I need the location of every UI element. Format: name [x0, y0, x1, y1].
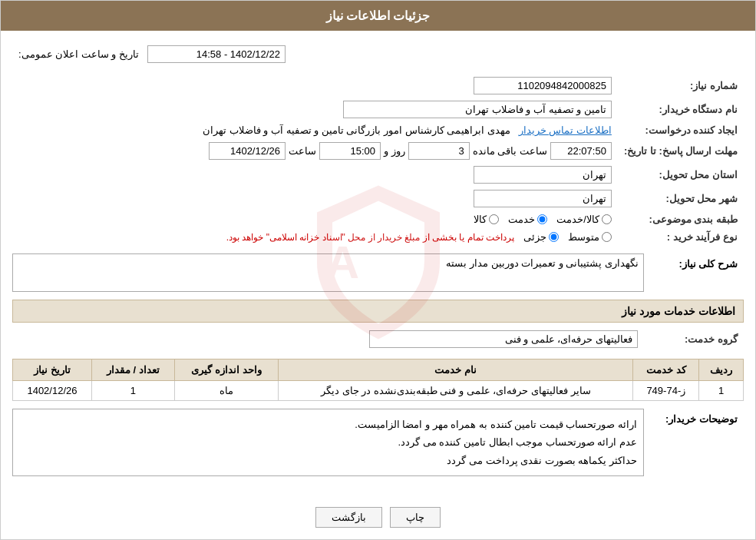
announcement-row: 1402/12/22 - 14:58 تاریخ و ساعت اعلان عم… — [12, 42, 744, 66]
reply-day-value: 3 — [408, 142, 470, 160]
print-button[interactable]: چاپ — [390, 507, 441, 528]
purchase-type-label: نوع فرآیند خرید : — [618, 228, 744, 246]
announcement-value: 1402/12/22 - 14:58 — [147, 45, 286, 63]
reply-deadline-row: 22:07:50 ساعت باقی مانده 3 روز و 15:00 س… — [18, 142, 612, 160]
col-header-row: ردیف — [699, 359, 744, 381]
need-number-value: 1102094842000825 — [474, 77, 612, 94]
row-name: سایر فعالیتهای حرفه‌ای، علمی و فنی طبقه‌… — [279, 381, 633, 401]
page-title: جزئیات اطلاعات نیاز — [1, 1, 755, 31]
category-label: طبقه بندی موضوعی: — [618, 210, 744, 228]
buyer-notes-line1: ارائه صورتحساب قیمت تامین کننده به همراه… — [19, 416, 637, 433]
services-section-title: اطلاعات خدمات مورد نیاز — [12, 300, 744, 323]
category-radio-goods[interactable] — [489, 214, 499, 224]
row-code: ز-74-749 — [633, 381, 699, 401]
row-date: 1402/12/26 — [13, 381, 92, 401]
category-radio-service-goods[interactable] — [602, 214, 612, 224]
buyer-notes-line2: عدم ارائه صورتحساب موجب ابطال تامین کنند… — [19, 433, 637, 451]
category-option-service-goods[interactable]: کالا/خدمت — [556, 214, 612, 225]
reply-date-value: 1402/12/26 — [209, 142, 286, 160]
category-option-goods-label: کالا — [474, 214, 487, 225]
creator-contact-link[interactable]: اطلاعات تماس خریدار — [519, 124, 612, 136]
services-table: ردیف کد خدمت نام خدمت واحد اندازه گیری ت… — [12, 359, 744, 401]
category-option-service-goods-label: کالا/خدمت — [556, 214, 599, 225]
row-qty: 1 — [91, 381, 174, 401]
buyer-notes-label: توضیحات خریدار: — [644, 409, 744, 429]
category-option-service-label: خدمت — [508, 214, 535, 225]
row-unit: ماه — [174, 381, 279, 401]
city-value: تهران — [474, 190, 612, 207]
remaining-label: ساعت باقی مانده — [473, 145, 547, 157]
reply-time-value: 15:00 — [319, 142, 381, 160]
purchase-type-radio-small[interactable] — [549, 232, 559, 242]
buyer-notes-section: توضیحات خریدار: ارائه صورتحساب قیمت تامی… — [12, 409, 744, 476]
purchase-type-radio-group: متوسط جزئی — [523, 231, 612, 243]
province-label: استان محل تحویل: — [618, 163, 744, 187]
category-option-goods[interactable]: کالا — [474, 214, 499, 225]
province-value: تهران — [474, 166, 612, 184]
announcement-label: تاریخ و ساعت اعلان عمومی: — [18, 48, 139, 60]
need-desc-section: شرح کلی نیاز: نگهداری پشتیبانی و تعمیرات… — [12, 253, 744, 292]
category-radio-group: کالا/خدمت خدمت کالا — [18, 214, 612, 225]
category-option-service[interactable]: خدمت — [508, 214, 547, 225]
col-header-date: تاریخ نیاز — [13, 359, 92, 381]
buyer-notes-content: ارائه صورتحساب قیمت تامین کننده به همراه… — [12, 409, 644, 476]
table-row: 1 ز-74-749 سایر فعالیتهای حرفه‌ای، علمی … — [13, 381, 744, 401]
need-desc-value: نگهداری پشتیبانی و تعمیرات دوربین مدار ب… — [12, 253, 644, 292]
city-label: شهر محل تحویل: — [618, 187, 744, 210]
col-header-qty: تعداد / مقدار — [91, 359, 174, 381]
creator-value: مهدی ابراهیمی کارشناس امور بازرگانی تامی… — [203, 124, 510, 136]
purchase-type-small-label: جزئی — [523, 231, 546, 243]
buyer-notes-line3: حداکثر یکماهه بصورت نقدی پرداخت می گردد — [19, 452, 637, 469]
purchase-type-warning: پرداخت تمام یا بخشی از مبلغ خریدار از مح… — [226, 232, 514, 243]
main-info-table: شماره نیاز: 1102094842000825 نام دستگاه … — [12, 74, 744, 246]
purchase-type-medium[interactable]: متوسط — [568, 231, 612, 243]
col-header-unit: واحد اندازه گیری — [174, 359, 279, 381]
back-button[interactable]: بازگشت — [315, 507, 382, 528]
need-number-label: شماره نیاز: — [618, 74, 744, 98]
remaining-value: 22:07:50 — [550, 142, 612, 160]
purchase-type-small[interactable]: جزئی — [523, 231, 559, 243]
service-group-value: فعالیتهای حرفه‌ای، علمی و فنی — [369, 330, 638, 348]
buyer-org-value: تامین و تصفیه آب و فاضلاب تهران — [343, 101, 612, 118]
category-radio-service[interactable] — [537, 214, 547, 224]
col-header-code: کد خدمت — [633, 359, 699, 381]
creator-label: ایجاد کننده درخواست: — [618, 121, 744, 139]
buyer-org-label: نام دستگاه خریدار: — [618, 98, 744, 121]
reply-time-label: ساعت — [289, 145, 316, 157]
need-desc-label: شرح کلی نیاز: — [644, 253, 744, 274]
reply-deadline-label: مهلت ارسال پاسخ: تا تاریخ: — [618, 139, 744, 163]
purchase-type-medium-label: متوسط — [568, 231, 599, 243]
footer-buttons: چاپ بازگشت — [1, 495, 755, 539]
row-number: 1 — [699, 381, 744, 401]
service-group-label: گروه خدمت: — [644, 327, 744, 351]
col-header-name: نام خدمت — [279, 359, 633, 381]
purchase-type-radio-medium[interactable] — [602, 232, 612, 242]
reply-day-label: روز و — [384, 145, 405, 157]
service-group-table: گروه خدمت: فعالیتهای حرفه‌ای، علمی و فنی — [12, 327, 744, 351]
